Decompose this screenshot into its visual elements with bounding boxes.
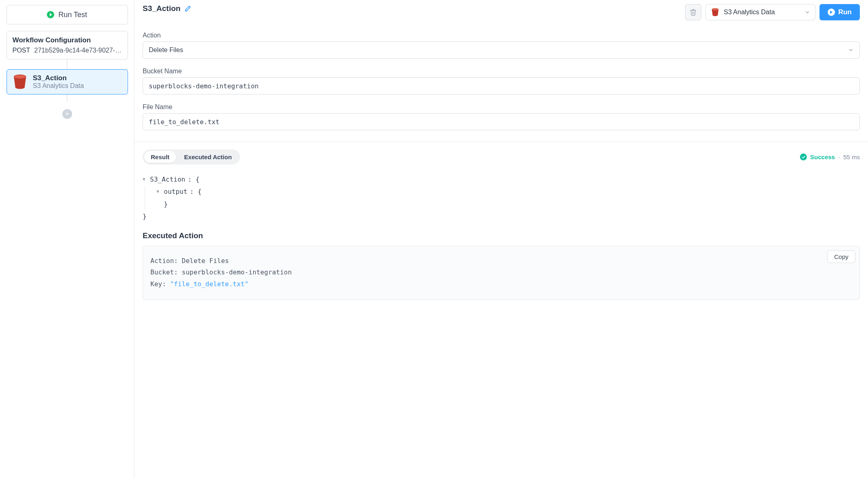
- tree-row[interactable]: ▼ output : {: [156, 186, 860, 198]
- run-test-label: Run Test: [58, 11, 87, 19]
- action-value: Delete Files: [149, 46, 183, 54]
- action-select[interactable]: Delete Files: [143, 42, 860, 59]
- file-input[interactable]: file_to_delete.txt: [143, 113, 860, 130]
- workflow-config-endpoint: POST 271b529a-9c14-4e73-9027-…: [13, 47, 122, 54]
- bucket-value: superblocks-demo-integration: [149, 82, 259, 90]
- executed-action-heading: Executed Action: [143, 231, 860, 240]
- chevron-down-icon: [848, 47, 854, 53]
- tab-result[interactable]: Result: [144, 151, 176, 163]
- plus-icon: +: [65, 110, 69, 118]
- caret-down-icon: ▼: [156, 188, 161, 196]
- tree-key: S3_Action: [150, 173, 185, 186]
- play-icon: [828, 9, 835, 16]
- workflow-config-card[interactable]: Workflow Configuration POST 271b529a-9c1…: [7, 31, 128, 59]
- add-step-button[interactable]: +: [62, 109, 72, 119]
- s3-icon: [12, 74, 28, 90]
- exec-key-value: "file_to_delete.txt": [170, 280, 249, 288]
- step-integration: S3 Analytics Data: [33, 82, 84, 90]
- step-connector: [67, 94, 67, 102]
- copy-button[interactable]: Copy: [827, 250, 855, 263]
- workflow-uuid: 271b529a-9c14-4e73-9027-…: [34, 47, 121, 54]
- trash-icon: [690, 9, 697, 16]
- s3-icon: [711, 8, 720, 17]
- tree-row: }: [156, 198, 860, 210]
- step-title: S3_Action: [143, 4, 181, 13]
- delete-step-button[interactable]: [685, 4, 701, 20]
- status-label: Success: [810, 153, 835, 160]
- exec-bucket-line: Bucket: superblocks-demo-integration: [150, 267, 852, 278]
- action-label: Action: [143, 32, 860, 39]
- status-separator: ·: [838, 153, 840, 160]
- edit-name-icon[interactable]: [185, 5, 191, 12]
- tab-executed-action[interactable]: Executed Action: [178, 151, 238, 163]
- file-label: File Name: [143, 103, 860, 111]
- results-section: Result Executed Action Success · 55 ms ▼…: [134, 142, 868, 312]
- integration-selected-text: S3 Analytics Data: [724, 9, 800, 16]
- http-method: POST: [13, 47, 31, 54]
- integration-select[interactable]: S3 Analytics Data: [705, 4, 815, 20]
- status-time: 55 ms: [843, 153, 860, 160]
- run-label: Run: [838, 8, 852, 16]
- run-button[interactable]: Run: [820, 4, 860, 20]
- tree-row: }: [143, 210, 860, 223]
- caret-down-icon: ▼: [143, 175, 148, 184]
- workflow-step-s3-action[interactable]: S3_Action S3 Analytics Data: [7, 69, 128, 94]
- bucket-input[interactable]: superblocks-demo-integration: [143, 77, 860, 94]
- sidebar: Run Test Workflow Configuration POST 271…: [0, 0, 134, 478]
- play-icon: [47, 11, 54, 18]
- success-check-icon: [800, 153, 807, 160]
- executed-action-box: Copy Action: Delete Files Bucket: superb…: [143, 246, 860, 300]
- run-test-button[interactable]: Run Test: [7, 5, 128, 24]
- workflow-config-title: Workflow Configuration: [13, 36, 122, 44]
- step-connector: [67, 59, 67, 69]
- exec-action-line: Action: Delete Files: [150, 255, 852, 267]
- execution-status: Success · 55 ms: [800, 153, 860, 160]
- exec-key-line: Key: "file_to_delete.txt": [150, 278, 852, 290]
- result-tabs: Result Executed Action: [143, 149, 240, 164]
- tree-key: output: [164, 186, 187, 198]
- step-name: S3_Action: [33, 74, 84, 82]
- main-panel: S3_Action: [134, 0, 868, 478]
- result-json-tree: ▼ S3_Action : { ▼ output : { } }: [143, 173, 860, 223]
- bucket-label: Bucket Name: [143, 68, 860, 75]
- tree-row[interactable]: ▼ S3_Action : {: [143, 173, 860, 186]
- file-value: file_to_delete.txt: [149, 118, 219, 126]
- chevron-down-icon: [804, 9, 810, 15]
